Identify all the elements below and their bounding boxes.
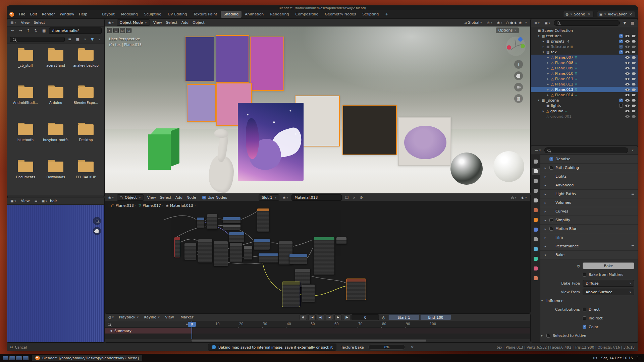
taskbar-window-button[interactable]: Blender* [/home/amalie/Desktop/blender/t… <box>32 355 142 361</box>
folder-item[interactable]: Arduino <box>41 87 71 115</box>
display-mode-caret[interactable]: ∨ <box>83 37 88 42</box>
properties-tab[interactable] <box>532 158 540 165</box>
panel-header-row[interactable]: ▾ Bake <box>540 251 638 259</box>
use-nodes-toggle[interactable]: Use Nodes <box>202 195 227 200</box>
up-icon[interactable]: ↑ <box>25 28 31 34</box>
menu-item[interactable]: View <box>163 314 177 320</box>
properties-tab[interactable] <box>532 275 540 282</box>
z-axis-handle[interactable] <box>518 37 523 42</box>
image-canvas[interactable] <box>7 205 104 342</box>
timeline-scrollbar[interactable] <box>192 340 426 342</box>
shader-node[interactable] <box>229 232 245 243</box>
workspace-tab[interactable]: Rendering <box>267 11 292 18</box>
outliner-row[interactable]: ▦ Scene Collection <box>531 28 638 33</box>
disclosure-icon[interactable]: ▸ <box>544 192 547 196</box>
record-button[interactable]: ● <box>300 314 307 320</box>
transform-orientation-dropdown[interactable]: ⊿Global∨ <box>463 20 483 25</box>
item-label[interactable]: Plane.012 <box>555 82 574 86</box>
outliner-row[interactable]: ▾ ▦ textures <box>531 33 638 39</box>
render-visibility-icon[interactable] <box>632 61 636 65</box>
mode-dropdown[interactable]: Object Mode∨ <box>117 19 150 26</box>
item-label[interactable]: ground <box>550 109 564 113</box>
disclosure-icon[interactable]: ▾ <box>542 50 545 54</box>
item-label[interactable]: Plane.011 <box>555 77 574 81</box>
pin-icon[interactable]: ⊙ <box>358 195 364 200</box>
render-visibility-icon[interactable] <box>632 50 636 54</box>
end-frame-field[interactable]: End100 <box>420 314 451 320</box>
item-label[interactable]: Plane.007 <box>555 55 574 60</box>
item-label[interactable]: tex <box>551 50 556 54</box>
render-visibility-icon[interactable] <box>632 98 636 102</box>
use-nodes-checkbox[interactable] <box>202 196 206 199</box>
shader-node[interactable] <box>184 243 197 260</box>
shader-node[interactable] <box>174 237 180 257</box>
hide-eye-icon[interactable] <box>625 34 630 38</box>
shader-node[interactable] <box>213 241 228 266</box>
disclosure-icon[interactable]: ▾ <box>537 99 540 102</box>
menu-item[interactable]: Add <box>179 20 191 25</box>
summary-track[interactable]: ● Summary <box>105 328 530 334</box>
disclosure-icon[interactable]: ▸ <box>546 82 550 86</box>
path-field[interactable]: /home/amalie/ <box>49 27 102 34</box>
properties-options-caret[interactable]: ∨ <box>630 148 635 153</box>
disclosure-icon[interactable]: ▾ <box>544 253 547 257</box>
panel-header-row[interactable]: ▸ Curves <box>540 207 638 216</box>
menu-item[interactable]: Render <box>40 11 57 17</box>
workspace-tab[interactable]: Layout <box>99 11 117 18</box>
menu-item[interactable]: View <box>145 195 158 200</box>
folder-item[interactable]: Desktop <box>71 124 101 152</box>
shader-node[interactable] <box>289 254 307 264</box>
exclude-checkbox[interactable] <box>619 45 623 49</box>
bake-type-dropdown[interactable]: Diffuse∨ <box>583 280 634 287</box>
tool-header-icons[interactable]: ▸ ▢ ▢ ▢ <box>107 28 131 33</box>
view-menu[interactable]: View <box>19 198 32 204</box>
direct-checkbox[interactable] <box>583 308 586 311</box>
workspace-tab[interactable]: Sculpting <box>141 11 164 18</box>
item-label[interactable]: ground.001 <box>550 114 572 119</box>
disclosure-icon[interactable]: ▸ <box>544 166 547 170</box>
editor-type-icon[interactable]: ≡∨ <box>533 20 541 25</box>
bake-multires-checkbox[interactable] <box>583 273 586 277</box>
workspace-pager[interactable] <box>3 356 29 360</box>
hide-eye-icon[interactable] <box>625 82 630 86</box>
new-collection-icon[interactable]: ▦ <box>630 20 636 26</box>
material-browse-icon[interactable]: ◉∨ <box>281 195 290 200</box>
hamburger-icon[interactable]: ≡ <box>33 198 39 204</box>
render-visibility-icon[interactable] <box>632 87 636 92</box>
render-visibility-icon[interactable] <box>632 66 636 70</box>
job-cancel-x-icon[interactable]: × <box>410 345 414 349</box>
zoom-button[interactable]: + <box>514 60 523 69</box>
filter-funnel-icon[interactable]: ▼ <box>622 20 627 26</box>
disclosure-icon[interactable]: ▸ <box>546 77 550 80</box>
menu-item[interactable]: Node <box>184 195 198 200</box>
properties-tab[interactable] <box>532 255 540 262</box>
workspace-tab[interactable]: Shading <box>221 11 242 18</box>
image-browse-icon[interactable]: ▣∨ <box>40 198 49 203</box>
folder-item[interactable]: BlenderExpo... <box>71 87 101 115</box>
selected-to-active-checkbox[interactable] <box>546 334 550 338</box>
menu-item[interactable]: Window <box>57 11 76 17</box>
shader-node[interactable] <box>302 284 315 302</box>
display-list-icon[interactable]: ≡ <box>67 37 72 42</box>
pan-hand-icon[interactable] <box>93 227 101 235</box>
wireframe-shading-icon[interactable]: ○ <box>506 21 509 24</box>
workspace-tab[interactable]: Modeling <box>118 11 141 18</box>
panel-menu-icon[interactable]: ≡ <box>631 192 634 196</box>
menu-item[interactable]: Object <box>191 20 207 25</box>
shader-node[interactable] <box>336 237 347 244</box>
shader-node[interactable] <box>313 237 335 275</box>
menu-item[interactable]: View <box>19 20 32 25</box>
blender-logo-icon[interactable] <box>9 12 14 17</box>
outliner-row[interactable]: ▾ ▦ tex <box>531 49 638 55</box>
workspace-thumb[interactable] <box>9 356 15 360</box>
color-checkbox[interactable] <box>583 325 586 329</box>
hide-eye-icon[interactable] <box>625 109 630 113</box>
editor-type-icon[interactable]: ≔∨ <box>534 148 542 153</box>
select-mode-3-icon[interactable]: ▢ <box>126 28 131 33</box>
outliner-row[interactable]: ▾ ▦ _scene <box>531 98 638 103</box>
view-from-dropdown[interactable]: Above Surface∨ <box>583 289 634 295</box>
select-mode-1-icon[interactable]: ▢ <box>113 28 119 33</box>
material-name-field[interactable]: Material.013 <box>291 194 342 201</box>
panel-header-row[interactable]: ▸ Light Paths ≡ <box>540 190 638 198</box>
hide-eye-icon[interactable] <box>625 45 630 49</box>
